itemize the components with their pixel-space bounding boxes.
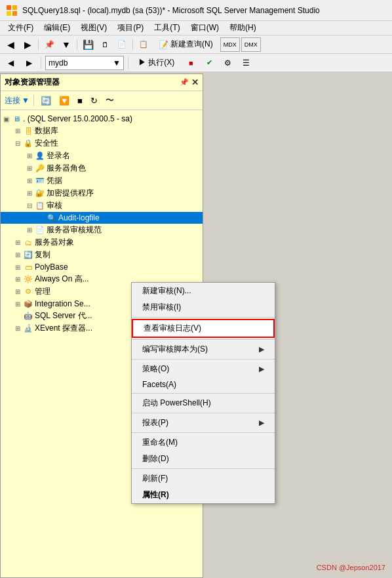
more-btn[interactable]: ☰ — [238, 56, 254, 70]
ctx-facets[interactable]: Facets(A) — [132, 377, 275, 392]
ctx-new-audit[interactable]: 新建审核(N)... — [132, 283, 275, 299]
back-btn[interactable]: ◀ — [3, 37, 18, 52]
expand-sas[interactable]: ⊞ — [24, 225, 35, 236]
security-icon: 🔒 — [23, 138, 33, 149]
ctx-refresh[interactable]: 刷新(F) — [132, 470, 275, 487]
saveas-btn[interactable]: 📄 — [114, 37, 130, 52]
execute-btn[interactable]: ▶ 执行(X) — [132, 56, 180, 70]
tree-serverobjects[interactable]: ⊞ 🗂 服务器对象 — [1, 236, 203, 249]
back2-btn[interactable]: ◀ — [3, 56, 18, 70]
ctx-powershell-label: 启动 PowerShell(H) — [142, 398, 211, 409]
tree-logins[interactable]: ⊞ 👤 登录名 — [1, 150, 203, 162]
save2-btn[interactable]: 🗒 — [97, 37, 113, 52]
tree-audit-logfile[interactable]: 🔍 Audit-logfile — [1, 212, 203, 224]
int-icon: 📦 — [23, 299, 33, 309]
menu-view[interactable]: 视图(V) — [75, 21, 112, 35]
ctx-script-audit[interactable]: 编写审核脚本为(S) ▶ — [132, 341, 275, 358]
expand-rep[interactable]: ⊞ — [12, 250, 23, 260]
so-icon: 🗂 — [23, 237, 33, 248]
pin-btn[interactable]: 📌 — [41, 37, 57, 52]
tree-credentials[interactable]: ⊞ 🪪 凭据 — [1, 175, 203, 187]
copy-btn[interactable]: 📋 — [136, 37, 151, 52]
svg-rect-2 — [7, 11, 11, 16]
connect-btn[interactable]: 连接 ▼ — [5, 95, 29, 106]
watermark: CSDN @Jepson2017 — [317, 564, 385, 571]
ctx-sep2 — [132, 339, 275, 340]
parse-btn[interactable]: ⚙ — [220, 56, 235, 70]
expand-xe[interactable]: ⊞ — [12, 323, 23, 334]
expand-security[interactable]: ⊟ — [12, 138, 23, 149]
ctx-disable-audit[interactable]: 禁用审核(I) — [132, 299, 275, 316]
ctx-sep3 — [132, 359, 275, 360]
xe-icon: 🔬 — [23, 323, 33, 334]
tree-security[interactable]: ⊟ 🔒 安全性 — [1, 137, 203, 150]
menu-help[interactable]: 帮助(H) — [224, 21, 262, 35]
stop-btn[interactable]: ■ — [183, 56, 199, 70]
oe-sync-btn[interactable]: ↻ — [88, 94, 100, 107]
oe-refresh-btn[interactable]: 🔄 — [38, 94, 54, 107]
oe-wave-btn[interactable]: 〜 — [103, 93, 117, 108]
menu-window[interactable]: 窗口(W) — [186, 21, 224, 35]
menu-edit[interactable]: 编辑(E) — [39, 21, 75, 35]
expand-mgmt[interactable]: ⊞ — [12, 287, 23, 297]
ctx-sep6 — [132, 432, 275, 433]
so-label: 服务器对象 — [35, 237, 74, 248]
mdx-btn[interactable]: MDX — [220, 37, 240, 52]
expand-server[interactable]: ▣ — [1, 114, 11, 124]
oe-close-icon[interactable]: ✕ — [191, 77, 199, 87]
fwd-btn[interactable]: ▶ — [20, 37, 35, 52]
rep-label: 复制 — [35, 249, 50, 260]
ctx-delete[interactable]: 删除(D) — [132, 451, 275, 467]
expand-poly[interactable]: ⊞ — [12, 262, 23, 272]
ctx-reports[interactable]: 报表(P) ▶ — [132, 415, 275, 431]
fwd2-btn[interactable]: ▶ — [21, 56, 37, 70]
expand-crypto[interactable]: ⊞ — [24, 188, 35, 199]
expand-serverroles[interactable]: ⊞ — [24, 163, 35, 174]
tree-replication[interactable]: ⊞ 🔄 复制 — [1, 249, 203, 261]
tree-polybase[interactable]: ⊞ 🗃 PolyBase — [1, 261, 203, 273]
tree-cryptoproviders[interactable]: ⊞ 🔐 加密提供程序 — [1, 187, 203, 199]
expand-credentials[interactable]: ⊞ — [24, 176, 35, 186]
ctx-policies[interactable]: 策略(O) ▶ — [132, 361, 275, 377]
crypto-icon: 🔐 — [35, 188, 45, 199]
ctx-facets-label: Facets(A) — [142, 380, 176, 389]
oe-toolbar: 连接 ▼ 🔄 🔽 ■ ↻ 〜 — [1, 91, 203, 110]
ctx-powershell[interactable]: 启动 PowerShell(H) — [132, 395, 275, 411]
sep3 — [132, 39, 133, 51]
sas-icon: 📄 — [35, 225, 45, 236]
serverroles-icon: 🔑 — [35, 163, 45, 174]
database-dropdown[interactable]: mydb ▼ — [45, 56, 124, 70]
check-btn[interactable]: ✔ — [201, 56, 217, 70]
title-bar: SQLQuery18.sql - (local).mydb (sa (53))*… — [0, 0, 392, 21]
dmx-btn[interactable]: DMX — [241, 37, 261, 52]
expand-logins[interactable]: ⊞ — [24, 151, 35, 161]
tree-databases[interactable]: ⊞ 🗄 数据库 — [1, 125, 203, 137]
expand-audits[interactable]: ⊟ — [24, 201, 35, 211]
oe-pin-icon[interactable]: 📌 — [180, 78, 189, 87]
ctx-view-log[interactable]: 查看审核日志(V) — [132, 319, 275, 338]
oe-filter-btn[interactable]: 🔽 — [56, 94, 72, 107]
ctx-rename[interactable]: 重命名(M) — [132, 434, 275, 451]
dropdown-arrow: ▼ — [113, 58, 121, 68]
new-query-icon: 📝 — [159, 40, 168, 49]
menu-file[interactable]: 文件(F) — [3, 21, 39, 35]
menu-tools[interactable]: 工具(T) — [149, 21, 185, 35]
main-toolbar: ◀ ▶ 📌 ▼ 💾 🗒 📄 📋 📝 新建查询(N) MDX DMX — [0, 35, 392, 54]
ctx-sep1 — [132, 317, 275, 318]
tree-server[interactable]: ▣ 🖥 . (SQL Server 15.0.2000.5 - sa) — [1, 113, 203, 125]
dropdown-btn[interactable]: ▼ — [58, 37, 74, 52]
agent-icon: 🤖 — [23, 311, 33, 321]
tree-serverroles[interactable]: ⊞ 🔑 服务器角色 — [1, 162, 203, 175]
audits-label: 审核 — [47, 200, 62, 211]
ctx-properties[interactable]: 属性(R) — [132, 487, 275, 503]
menu-project[interactable]: 项目(P) — [112, 21, 149, 35]
save-btn[interactable]: 💾 — [80, 37, 96, 52]
tree-serverauditspecs[interactable]: ⊞ 📄 服务器审核规范 — [1, 224, 203, 236]
expand-ao[interactable]: ⊞ — [12, 274, 23, 285]
oe-stop-btn[interactable]: ■ — [75, 94, 85, 107]
tree-audits[interactable]: ⊟ 📋 审核 — [1, 199, 203, 212]
expand-so[interactable]: ⊞ — [12, 237, 23, 248]
expand-databases[interactable]: ⊞ — [12, 126, 23, 136]
new-query-btn[interactable]: 📝 新建查询(N) — [153, 37, 219, 52]
expand-int[interactable]: ⊞ — [12, 299, 23, 309]
